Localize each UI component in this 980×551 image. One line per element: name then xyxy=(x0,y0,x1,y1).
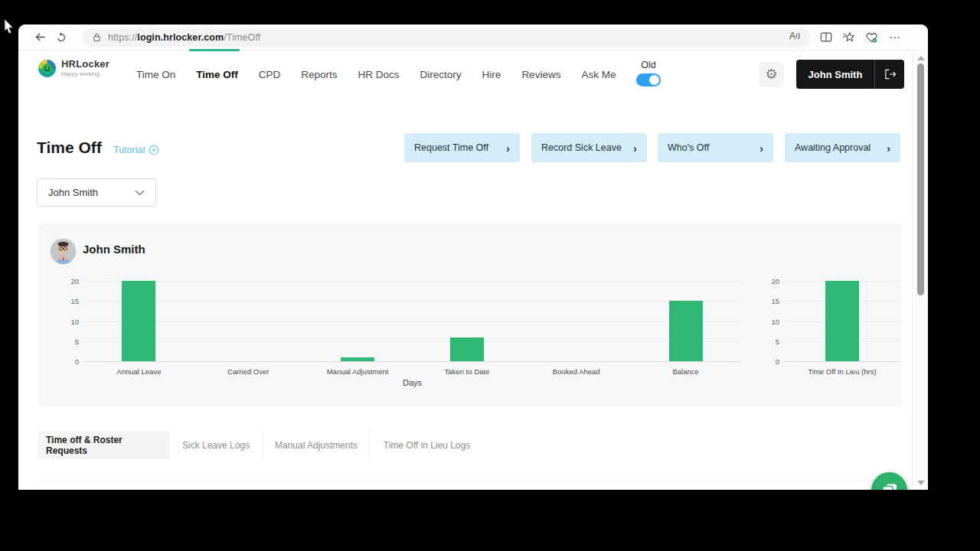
category-label-manual-adjustment: Manual Adjustment xyxy=(327,367,389,376)
employee-summary-panel: John Smith 05101520Annual LeaveCarried O… xyxy=(38,223,902,406)
split-screen-icon[interactable] xyxy=(820,31,832,43)
toggle-switch[interactable] xyxy=(636,73,661,86)
y-axis-tick: 10 xyxy=(70,317,79,325)
y-axis-tick: 20 xyxy=(70,277,79,285)
refresh-button[interactable] xyxy=(51,27,72,48)
category-label-carried-over: Carried Over xyxy=(227,367,269,376)
gridline xyxy=(84,301,740,302)
requests-table-header: TypeStart DateDurationStatusActions xyxy=(38,480,902,490)
y-axis-tick: 20 xyxy=(771,277,779,285)
page-scrollbar[interactable] xyxy=(912,51,928,490)
quick-actions: Request Time Off›Record Sick Leave›Who's… xyxy=(18,133,928,162)
back-button[interactable] xyxy=(29,27,51,48)
who-s-off-button[interactable]: Who's Off› xyxy=(658,133,773,162)
category-label-time-off-in-lieu-hrs: Time Off In Lieu (hrs) xyxy=(808,367,876,376)
category-label-booked-ahead: Booked Ahead xyxy=(553,367,600,376)
browser-toolbar: https://login.hrlocker.com/TimeOff A xyxy=(18,24,928,51)
record-sick-leave-button[interactable]: Record Sick Leave› xyxy=(531,133,647,162)
browser-window: https://login.hrlocker.com/TimeOff A xyxy=(18,24,928,490)
nav-item-time-on[interactable]: Time On xyxy=(136,69,175,80)
scroll-up-arrow-icon[interactable] xyxy=(917,56,925,60)
page-content: HRLocker Happy working. Time OnTime OffC… xyxy=(18,51,928,489)
scrollbar-thumb[interactable] xyxy=(917,64,924,295)
y-axis-tick: 0 xyxy=(75,357,79,366)
awaiting-approval-button[interactable]: Awaiting Approval› xyxy=(785,133,900,162)
employee-select[interactable]: John Smith xyxy=(37,178,156,207)
request-time-off-button[interactable]: Request Time Off› xyxy=(404,133,520,162)
logo-tagline: Happy working. xyxy=(61,70,109,77)
url-path: /TimeOff xyxy=(224,32,260,43)
gridline xyxy=(84,281,740,282)
chevron-right-icon: › xyxy=(760,142,763,155)
y-axis-tick: 15 xyxy=(70,297,79,305)
employee-select-value: John Smith xyxy=(48,187,98,198)
category-label-taken-to-date: Taken to Date xyxy=(445,367,490,376)
chevron-right-icon: › xyxy=(633,142,637,155)
old-toggle-label: Old xyxy=(631,60,666,70)
read-aloud-icon[interactable]: A xyxy=(789,31,801,41)
gear-icon: ⚙ xyxy=(765,67,777,82)
tab-time-off-in-lieu-logs[interactable]: Time Off in Lieu Logs xyxy=(369,431,484,459)
bar-time-off-in-lieu-hrs xyxy=(825,281,859,361)
chevron-down-icon xyxy=(135,190,145,196)
x-axis-label: Days xyxy=(403,378,422,387)
screen: https://login.hrlocker.com/TimeOff A xyxy=(0,0,980,551)
address-bar[interactable]: https://login.hrlocker.com/TimeOff A xyxy=(83,28,810,47)
lock-icon xyxy=(92,32,102,43)
page-loading-bar xyxy=(189,49,240,51)
timeoff-days-chart: 05101520Annual LeaveCarried OverManual A… xyxy=(84,281,740,362)
hrlocker-logo[interactable]: HRLocker Happy working. xyxy=(37,58,109,79)
favorites-icon[interactable] xyxy=(842,31,855,44)
log-tabs: Time off & Roster RequestsSick Leave Log… xyxy=(38,431,484,459)
browser-essentials-icon[interactable] xyxy=(865,31,878,44)
url-scheme: https:// xyxy=(108,32,137,43)
nav-item-reports[interactable]: Reports xyxy=(301,69,337,80)
url-text[interactable]: https://login.hrlocker.com/TimeOff xyxy=(108,32,260,43)
nav-item-hire[interactable]: Hire xyxy=(482,69,501,80)
bar-taken-to-date xyxy=(450,337,484,362)
nav-item-directory[interactable]: Directory xyxy=(420,69,462,80)
y-axis-tick: 15 xyxy=(771,297,779,305)
hrlocker-logo-icon xyxy=(37,58,57,79)
summary-employee-name: John Smith xyxy=(83,243,145,256)
employee-avatar xyxy=(51,239,76,264)
bar-annual-leave xyxy=(122,281,155,361)
gridline xyxy=(84,341,740,342)
user-menu-button[interactable]: John Smith xyxy=(796,60,904,89)
scroll-down-arrow-icon[interactable] xyxy=(917,481,925,485)
category-label-balance: Balance xyxy=(672,367,698,376)
chevron-right-icon: › xyxy=(887,142,890,155)
chat-bubble-icon xyxy=(880,481,899,491)
y-axis-tick: 5 xyxy=(75,337,79,345)
chat-launcher-button[interactable] xyxy=(871,472,907,490)
nav-item-hr-docs[interactable]: HR Docs xyxy=(358,69,400,80)
nav-item-cpd[interactable]: CPD xyxy=(259,69,281,80)
y-axis-tick: 5 xyxy=(776,337,779,345)
logout-icon xyxy=(884,68,897,80)
tab-sick-leave-logs[interactable]: Sick Leave Logs xyxy=(168,431,263,459)
mouse-cursor xyxy=(3,18,17,37)
nav-item-reviews[interactable]: Reviews xyxy=(521,69,560,80)
gridline xyxy=(84,321,740,322)
logout-button[interactable] xyxy=(875,68,904,80)
logo-name: HRLocker xyxy=(61,58,109,70)
tab-time-off-roster-requests[interactable]: Time off & Roster Requests xyxy=(38,431,168,459)
refresh-icon xyxy=(55,31,67,44)
toggle-knob xyxy=(649,75,659,85)
bar-balance xyxy=(669,301,703,361)
time-off-in-lieu-chart: 05101520Time Off In Lieu (hrs) xyxy=(785,281,900,362)
y-axis-tick: 10 xyxy=(771,317,779,325)
category-label-annual-leave: Annual Leave xyxy=(116,367,161,376)
more-menu-icon[interactable]: ⋯ xyxy=(889,31,901,44)
url-host: login.hrlocker.com xyxy=(137,32,224,43)
nav-item-time-off[interactable]: Time Off xyxy=(196,69,238,80)
bar-manual-adjustment xyxy=(341,357,374,361)
tab-manual-adjustments[interactable]: Manual Adjustments xyxy=(263,431,369,459)
y-axis-tick: 0 xyxy=(776,357,779,366)
settings-button[interactable]: ⚙ xyxy=(759,62,784,87)
nav-item-ask-me[interactable]: Ask Me xyxy=(581,69,616,80)
user-name-label: John Smith xyxy=(796,69,874,80)
main-nav: Time OnTime OffCPDReportsHR DocsDirector… xyxy=(136,51,616,98)
old-version-toggle[interactable]: Old xyxy=(631,60,666,86)
chevron-right-icon: › xyxy=(506,142,510,155)
